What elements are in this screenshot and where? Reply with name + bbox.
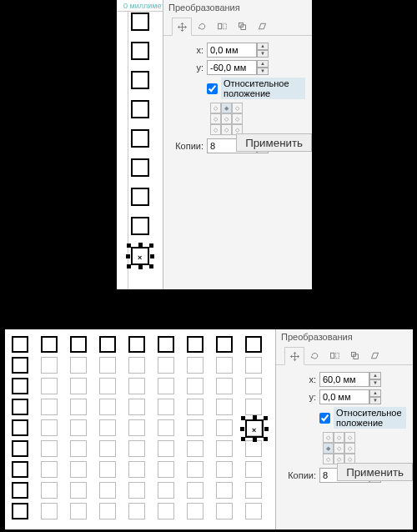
square-object[interactable] [12,503,28,519]
square-object[interactable] [99,461,116,478]
square-object[interactable] [128,419,145,436]
x-spinner[interactable]: ▲▼ [319,372,381,387]
square-object[interactable] [245,461,262,478]
square-object[interactable] [70,461,87,478]
x-down[interactable]: ▼ [369,379,381,387]
square-object[interactable] [131,42,149,60]
square-object[interactable] [128,357,145,374]
x-input[interactable] [319,372,369,387]
mirror-tab[interactable] [324,346,344,364]
x-spinner[interactable]: ▲▼ [207,43,269,58]
square-object[interactable] [41,482,58,499]
square-object[interactable] [70,419,87,436]
x-input[interactable] [207,43,257,58]
rotate-tab[interactable] [192,17,212,35]
square-object[interactable] [158,419,174,436]
scale-tab[interactable] [344,346,364,364]
square-object[interactable] [158,399,174,415]
square-object[interactable] [41,440,58,457]
position-tab[interactable] [284,347,304,365]
square-object[interactable] [131,71,149,89]
square-object[interactable] [99,378,116,394]
scale-tab[interactable] [232,17,252,35]
canvas-area-2[interactable]: × [5,329,275,529]
square-object[interactable] [70,399,87,415]
apply-button[interactable]: Применить [236,133,312,152]
square-object[interactable] [12,440,28,457]
square-object[interactable] [41,461,58,478]
square-object[interactable] [216,336,233,353]
square-object[interactable] [216,419,233,436]
square-object[interactable] [216,378,233,394]
square-object[interactable] [12,336,28,353]
square-object[interactable] [131,100,149,118]
square-object[interactable] [99,440,116,457]
square-object[interactable] [187,503,203,519]
square-object[interactable] [158,440,174,457]
square-object[interactable] [12,399,28,415]
square-object[interactable] [128,399,145,415]
square-object[interactable] [41,399,58,415]
square-object[interactable] [245,357,262,374]
x-up[interactable]: ▲ [369,372,381,379]
y-down[interactable]: ▼ [257,68,269,75]
square-object[interactable] [128,378,145,394]
square-object[interactable] [245,336,262,353]
mirror-tab[interactable] [212,17,232,35]
square-object[interactable] [12,461,28,478]
square-object[interactable] [41,336,58,353]
y-down[interactable]: ▼ [369,397,381,404]
square-object[interactable] [131,158,149,177]
square-object[interactable] [12,482,28,499]
square-object[interactable] [158,503,174,519]
y-spinner[interactable]: ▲▼ [207,60,269,75]
square-object[interactable] [187,399,203,415]
square-object[interactable] [158,336,174,353]
square-object[interactable] [99,503,116,519]
y-spinner[interactable]: ▲▼ [319,389,381,404]
selected-object[interactable]: × [241,416,268,441]
square-object[interactable] [131,217,149,235]
square-object[interactable] [216,357,233,374]
square-object[interactable] [245,503,262,519]
square-object[interactable] [216,482,233,499]
square-object[interactable] [216,399,233,415]
position-tab[interactable] [172,18,192,36]
square-object[interactable] [99,336,116,353]
square-object[interactable] [12,378,28,394]
relative-checkbox[interactable] [319,413,330,424]
canvas-area[interactable]: × [129,13,163,289]
square-object[interactable] [70,440,87,457]
rotate-tab[interactable] [304,346,324,364]
apply-button[interactable]: Применить [337,463,413,481]
square-object[interactable] [216,440,233,457]
square-object[interactable] [131,13,149,31]
square-object[interactable] [187,357,203,374]
square-object[interactable] [128,482,145,499]
square-object[interactable] [99,419,116,436]
square-object[interactable] [12,357,28,374]
selected-object[interactable]: × [127,243,153,269]
x-up[interactable]: ▲ [257,43,269,50]
relative-checkbox[interactable] [207,83,218,94]
y-input[interactable] [319,389,369,404]
square-object[interactable] [128,440,145,457]
square-object[interactable] [70,357,87,374]
square-object[interactable] [70,503,87,519]
square-object[interactable] [70,378,87,394]
square-object[interactable] [187,378,203,394]
skew-tab[interactable] [364,346,384,364]
square-object[interactable] [187,461,203,478]
relative-checkbox-row[interactable]: Относительное положение [207,78,305,99]
anchor-grid[interactable]: ◇◆◇ ◇◇◇ ◇◇◇ [210,103,305,135]
square-object[interactable] [99,482,116,499]
square-object[interactable] [245,440,262,457]
square-object[interactable] [158,357,174,374]
square-object[interactable] [99,357,116,374]
square-object[interactable] [128,503,145,519]
square-object[interactable] [12,419,28,436]
y-up[interactable]: ▲ [257,60,269,68]
square-object[interactable] [70,336,87,353]
square-object[interactable] [187,440,203,457]
square-object[interactable] [187,419,203,436]
